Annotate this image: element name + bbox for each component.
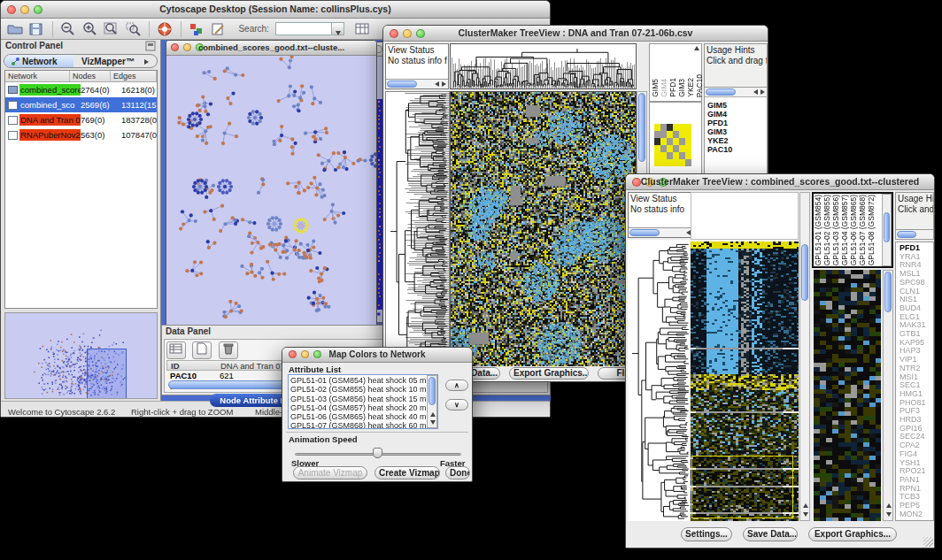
dialog-titlebar[interactable]: Map Colors to Network [282, 348, 472, 363]
column-label-scrollbar[interactable] [882, 194, 892, 266]
annotation-icon[interactable] [210, 21, 228, 37]
column-label[interactable]: PFD1 [669, 78, 677, 97]
save-data-button[interactable]: Save Data... [743, 527, 798, 541]
row-label[interactable]: GIM3 [707, 127, 767, 136]
search-input[interactable] [275, 22, 332, 35]
attribute-list-item[interactable]: GPL51-06 (GSM865) heat shock 40 min [290, 412, 436, 421]
attribute-select-icon[interactable] [166, 341, 186, 359]
new-attribute-icon[interactable] [192, 341, 212, 359]
treeview1-titlebar[interactable]: ClusterMaker TreeView : DNA and Tran 07-… [383, 26, 768, 42]
create-vizmap-button[interactable]: Create Vizmap [374, 466, 440, 479]
row-label[interactable]: PFD1 [707, 119, 767, 127]
treeview1-heatmap[interactable] [450, 91, 637, 367]
status-hint-zoom: Right-click + drag to ZOOM [131, 407, 233, 417]
treeview1-row-dendrogram[interactable] [385, 91, 450, 367]
treeview2-heatmap[interactable] [691, 242, 799, 521]
tab-network[interactable]: Network [4, 55, 73, 67]
network-list-header[interactable]: Network Nodes Edges [5, 71, 157, 82]
column-label[interactable]: PAC10 [696, 74, 704, 97]
move-up-button[interactable]: ∧ [445, 380, 468, 391]
column-label[interactable]: GPL51-04 (GSM857) [841, 195, 849, 265]
toolbar-separator [52, 21, 53, 37]
treeview2-vscrollbar[interactable] [799, 192, 810, 521]
network-file-icon [8, 116, 18, 125]
tab-vizmapper[interactable]: VizMapper™ [73, 55, 143, 67]
network-file-icon [8, 131, 18, 140]
attribute-list-item[interactable]: GPL51-03 (GSM856) heat shock 15 min [290, 395, 436, 403]
animate-vizmap-button[interactable]: Animate Vizmap [293, 466, 367, 479]
network-view-titlebar[interactable]: combined_scores_good.txt--cluste... [166, 41, 376, 56]
treeview1-title: ClusterMaker TreeView : DNA and Tran 07-… [383, 27, 768, 38]
network-overview-panel[interactable] [4, 312, 158, 399]
animation-speed-label: Animation Speed [289, 434, 358, 444]
column-label[interactable]: GPL51-06 (GSM865) [850, 195, 858, 265]
export-graphics-button[interactable]: Export Graphics... [509, 367, 589, 380]
view-status-scrollbar[interactable] [386, 79, 448, 88]
column-label[interactable]: GPL51-02 (GSM855) [823, 195, 831, 265]
column-label[interactable]: GIM4 [660, 79, 668, 97]
scroll-down-icon[interactable] [803, 512, 808, 517]
status-hint-middle: Middle- [255, 407, 282, 417]
move-down-button[interactable]: ∨ [445, 399, 468, 410]
zoom-fit-icon[interactable] [103, 21, 120, 37]
help-lifering-icon[interactable] [157, 21, 174, 37]
main-titlebar[interactable]: Cytoscape Desktop (Session Name: collins… [1, 1, 550, 19]
row-label[interactable]: GIM4 [707, 110, 767, 119]
save-icon[interactable] [27, 21, 45, 37]
treeview2-zoom-heatmap[interactable] [814, 270, 881, 521]
column-label[interactable]: GPL51-01 (GSM854) [815, 195, 822, 265]
zoom-out-icon[interactable] [59, 21, 77, 37]
view-status-scrollbar[interactable] [629, 227, 699, 237]
row-label[interactable]: PAC10 [707, 145, 767, 154]
column-label[interactable]: GPL51-08 (GSM872) [868, 195, 876, 265]
open-file-icon[interactable] [6, 21, 24, 37]
done-button[interactable]: Done [445, 466, 470, 479]
treeview2-titlebar[interactable]: ClusterMaker TreeView : combined_scores_… [626, 174, 934, 190]
network-list-row[interactable]: combined_sco 2569(6) 13112(15) [5, 97, 157, 112]
column-label[interactable]: GIM5 [652, 79, 660, 97]
network-view-window: combined_scores_good.txt--cluste... [166, 40, 377, 326]
export-graphics-button[interactable]: Export Graphics... [808, 527, 897, 541]
row-label[interactable]: YKE2 [707, 136, 767, 145]
table-icon[interactable] [354, 21, 372, 37]
usage-hints-scrollbar[interactable] [896, 229, 933, 239]
attribute-list-item[interactable]: GPL51-07 (GSM868) heat shock 60 min [290, 421, 436, 429]
control-panel-tabs: Network VizMapper™ [4, 54, 158, 68]
column-label[interactable]: GPL51-03 (GSM856) [832, 195, 840, 265]
gene-label[interactable]: MON2 [900, 510, 933, 519]
attribute-list-item[interactable]: GPL51-04 (GSM857) heat shock 20 min [290, 403, 436, 412]
float-panel-icon[interactable] [145, 41, 156, 51]
tab-overflow-button[interactable] [143, 55, 157, 67]
column-label[interactable]: YKE2 [687, 78, 695, 97]
search-dropdown-button[interactable] [332, 22, 344, 35]
network-list-row[interactable]: RNAPuberNov2+ 563(0) 107847(0) [5, 127, 157, 142]
attribute-list-item[interactable]: GPL51-02 (GSM855) heat shock 10 min [290, 385, 436, 394]
delete-attribute-icon[interactable] [219, 341, 238, 359]
scroll-up-icon[interactable] [694, 46, 699, 50]
column-label[interactable]: GPL51-07 (GSM868) [859, 195, 867, 265]
settings-button[interactable]: Settings... [681, 527, 732, 541]
zoom-in-icon[interactable] [81, 21, 99, 37]
zoom-heatmap-scrollbar[interactable] [883, 270, 893, 521]
attribute-list-scrollbar[interactable] [427, 375, 437, 428]
network-canvas[interactable] [166, 56, 376, 326]
treeview1-column-labels: GIM5GIM4PFD1GIM3YKE2PAC10 [652, 51, 704, 97]
scroll-up-icon[interactable] [430, 412, 436, 417]
zoom-selected-icon[interactable] [125, 21, 143, 37]
network-file-icon [8, 101, 18, 110]
scroll-down-icon[interactable] [430, 420, 436, 425]
column-label[interactable]: GIM3 [678, 79, 686, 97]
network-list-row[interactable]: DNA and Tran 07 769(0) 183728(0) [5, 112, 157, 127]
vizmap-icon[interactable] [189, 21, 206, 37]
treeview2-row-dendrogram[interactable] [628, 242, 690, 521]
scroll-up-icon[interactable] [803, 503, 808, 508]
treeview1-column-dendrogram[interactable] [450, 43, 637, 89]
treeview2-view-status: View Status No status info [628, 192, 700, 238]
resize-grip[interactable] [923, 537, 933, 547]
network-list-row[interactable]: combined_scores 2764(0) 16218(0) [5, 82, 157, 97]
attribute-list-item[interactable]: GPL51-01 (GSM854) heat shock 05 min [290, 376, 436, 385]
speed-slider-thumb[interactable] [373, 448, 382, 458]
row-label[interactable]: GIM5 [707, 101, 767, 110]
usage-hints-scrollbar[interactable] [705, 87, 767, 96]
treeview1-summary-heatmap[interactable] [654, 124, 693, 168]
